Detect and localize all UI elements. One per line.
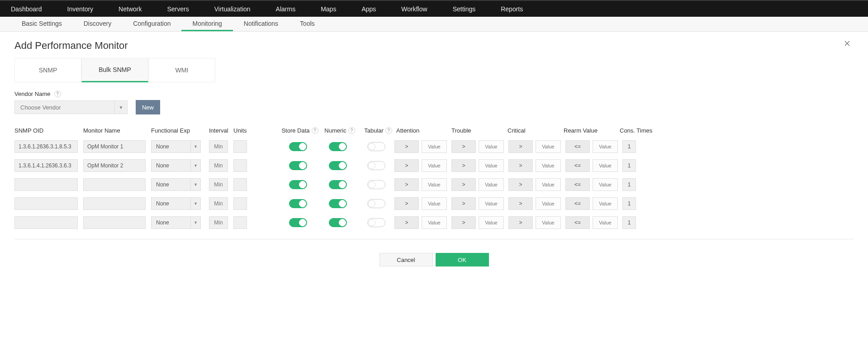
trouble-op-select[interactable]: > [451,178,476,191]
critical-op-select[interactable]: > [508,140,533,153]
rearm-op-select[interactable]: <= [565,159,590,172]
numeric-toggle[interactable] [329,199,347,208]
top-nav-item[interactable]: Workflow [401,0,440,17]
help-icon[interactable]: ? [312,127,318,134]
interval-input[interactable] [209,140,228,153]
critical-value-input[interactable] [536,178,561,191]
cons-times-input[interactable] [622,197,636,210]
snmp-oid-input[interactable] [14,159,78,172]
attention-op-select[interactable]: > [394,216,419,229]
attention-value-input[interactable] [422,140,447,153]
trouble-value-input[interactable] [479,140,504,153]
monitor-name-input[interactable] [83,178,146,191]
units-input[interactable] [233,178,247,191]
rearm-value-input[interactable] [593,216,618,229]
functional-exp-select[interactable]: None▼ [151,197,201,210]
sub-nav-item[interactable]: Monitoring [181,17,232,31]
interval-input[interactable] [209,216,228,229]
cons-times-input[interactable] [622,140,636,153]
monitor-name-input[interactable] [83,159,146,172]
store-data-toggle[interactable] [289,180,307,189]
attention-value-input[interactable] [422,159,447,172]
top-nav-item[interactable]: Servers [167,0,201,17]
tab-snmp[interactable]: SNMP [14,58,81,82]
rearm-op-select[interactable]: <= [565,197,590,210]
top-nav-item[interactable]: Dashboard [11,0,55,17]
tabular-toggle[interactable] [367,199,385,208]
trouble-op-select[interactable]: > [451,140,476,153]
snmp-oid-input[interactable] [14,140,78,153]
rearm-value-input[interactable] [593,140,618,153]
trouble-op-select[interactable]: > [451,159,476,172]
tab-bulk-snmp[interactable]: Bulk SNMP [81,58,148,82]
functional-exp-select[interactable]: None▼ [151,140,201,153]
cons-times-input[interactable] [622,178,636,191]
tabular-toggle[interactable] [367,180,385,189]
cons-times-input[interactable] [622,159,636,172]
rearm-op-select[interactable]: <= [565,216,590,229]
help-icon[interactable]: ? [385,127,392,134]
store-data-toggle[interactable] [289,218,307,227]
units-input[interactable] [233,216,247,229]
rearm-op-select[interactable]: <= [565,140,590,153]
numeric-toggle[interactable] [329,218,347,227]
cancel-button[interactable]: Cancel [379,253,433,267]
tabular-toggle[interactable] [367,142,385,151]
trouble-value-input[interactable] [479,159,504,172]
critical-value-input[interactable] [536,197,561,210]
attention-value-input[interactable] [422,178,447,191]
snmp-oid-input[interactable] [14,197,78,210]
close-icon[interactable] [843,39,852,49]
top-nav-item[interactable]: Reports [501,0,536,17]
store-data-toggle[interactable] [289,142,307,151]
units-input[interactable] [233,197,247,210]
rearm-value-input[interactable] [593,159,618,172]
top-nav-item[interactable]: Virtualization [214,0,263,17]
trouble-value-input[interactable] [479,197,504,210]
trouble-value-input[interactable] [479,178,504,191]
snmp-oid-input[interactable] [14,178,78,191]
top-nav-item[interactable]: Inventory [67,0,106,17]
help-icon[interactable]: ? [348,127,355,134]
vendor-select[interactable]: Choose Vendor ▼ [14,100,128,114]
new-vendor-button[interactable]: New [136,100,160,114]
store-data-toggle[interactable] [289,199,307,208]
monitor-name-input[interactable] [83,140,146,153]
monitor-name-input[interactable] [83,197,146,210]
attention-value-input[interactable] [422,216,447,229]
top-nav-item[interactable]: Alarms [276,0,308,17]
sub-nav-item[interactable]: Discovery [73,17,122,31]
rearm-op-select[interactable]: <= [565,178,590,191]
sub-nav-item[interactable]: Notifications [233,17,289,31]
critical-op-select[interactable]: > [508,159,533,172]
functional-exp-select[interactable]: None▼ [151,178,201,191]
functional-exp-select[interactable]: None▼ [151,216,201,229]
tabular-toggle[interactable] [367,161,385,170]
help-icon[interactable]: ? [54,90,61,97]
interval-input[interactable] [209,159,228,172]
numeric-toggle[interactable] [329,180,347,189]
critical-value-input[interactable] [536,140,561,153]
monitor-name-input[interactable] [83,216,146,229]
critical-value-input[interactable] [536,159,561,172]
ok-button[interactable]: OK [436,253,489,267]
trouble-op-select[interactable]: > [451,197,476,210]
critical-value-input[interactable] [536,216,561,229]
critical-op-select[interactable]: > [508,197,533,210]
trouble-op-select[interactable]: > [451,216,476,229]
attention-op-select[interactable]: > [394,159,419,172]
sub-nav-item[interactable]: Tools [289,17,326,31]
top-nav-item[interactable]: Network [119,0,154,17]
top-nav-item[interactable]: Maps [321,0,349,17]
units-input[interactable] [233,140,247,153]
top-nav-item[interactable]: Apps [361,0,389,17]
sub-nav-item[interactable]: Configuration [122,17,181,31]
cons-times-input[interactable] [622,216,636,229]
rearm-value-input[interactable] [593,197,618,210]
numeric-toggle[interactable] [329,142,347,151]
numeric-toggle[interactable] [329,161,347,170]
attention-op-select[interactable]: > [394,178,419,191]
snmp-oid-input[interactable] [14,216,78,229]
tab-wmi[interactable]: WMI [148,58,215,82]
attention-value-input[interactable] [422,197,447,210]
